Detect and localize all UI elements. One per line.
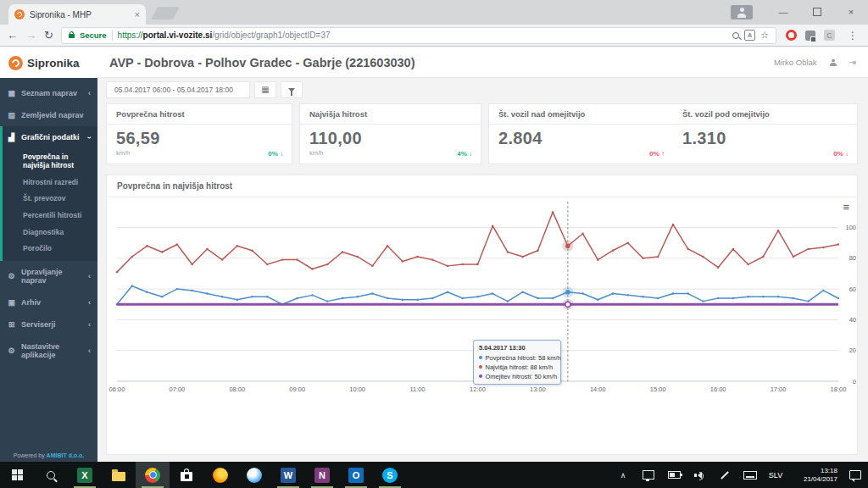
sidebar-item-arhiv[interactable]: ▣ Arhiv	[0, 291, 97, 313]
extension-gray-icon[interactable]	[805, 30, 815, 41]
notification-bubble-icon	[849, 470, 861, 480]
clock[interactable]: 13:18 21/04/2017	[788, 467, 843, 484]
sidebar-item-seznam-naprav[interactable]: ▦ Seznam naprav	[0, 82, 97, 104]
powered-prefix: Powered by	[14, 452, 45, 458]
forward-icon[interactable]: →	[25, 30, 36, 41]
submenu-item-diagnostika[interactable]: Diagnostika	[3, 224, 97, 241]
archive-icon: ▣	[7, 298, 16, 307]
tray-overflow-button[interactable]: ∧	[610, 462, 636, 488]
submenu-item-st-prevozov[interactable]: Št. prevozov	[3, 191, 97, 208]
taskbar-google-earth[interactable]	[237, 462, 271, 488]
taskbar-outlook[interactable]	[339, 462, 373, 488]
stat-body: 110,00 km/h 4% ↓	[300, 125, 481, 164]
google-earth-icon	[247, 468, 262, 483]
sidebar-item-graficni-podatki[interactable]: ▟ Grafični podatki	[3, 126, 97, 148]
submenu-item-percentili[interactable]: Percentili hitrosti	[3, 208, 97, 225]
back-icon[interactable]: ←	[7, 30, 18, 41]
touch-keyboard-icon	[743, 471, 757, 480]
tray-keyboard[interactable]	[737, 462, 763, 488]
taskbar-chrome[interactable]	[136, 462, 170, 488]
maximize-button[interactable]	[800, 0, 834, 24]
submenu-item-porocilo[interactable]: Poročilo	[3, 241, 97, 258]
taskbar-word[interactable]	[271, 462, 305, 488]
reload-icon[interactable]: ↻	[44, 30, 53, 41]
url-text[interactable]: https://portal.vi-vozite.si/grid/object/…	[118, 30, 728, 40]
powered-company-link[interactable]: AMIBIT d.o.o.	[47, 452, 85, 458]
sidebar-item-label: Grafični podatki	[21, 133, 80, 141]
hamburger-menu-icon[interactable]: ≡	[843, 202, 849, 213]
tray-display[interactable]	[636, 462, 661, 488]
browser-menu-icon[interactable]: ⋮	[844, 30, 861, 42]
tooltip-row: Povprečna hitrost: 58 km/h	[479, 354, 555, 362]
zoom-icon[interactable]	[732, 32, 739, 39]
new-tab-button[interactable]	[151, 7, 180, 19]
user-icon[interactable]	[830, 59, 837, 66]
calendar-button[interactable]: ▦	[254, 81, 276, 98]
taskbar-windows-store[interactable]	[170, 462, 203, 488]
trend-arrow-icon: ↓	[845, 150, 849, 158]
close-button[interactable]: ×	[834, 0, 868, 24]
sidebar-active-group: ▟ Grafični podatki Povprečna in najvišja…	[0, 126, 97, 261]
series-dot-povprecna	[479, 356, 482, 359]
gear-icon: ⚙	[7, 272, 16, 280]
bar-chart-icon: ▟	[7, 133, 16, 141]
sipronika-logo-icon	[8, 56, 23, 70]
stat-value: 56,59	[116, 129, 282, 148]
outlook-icon	[348, 468, 364, 483]
browser-tab[interactable]: Sipronika - MHP ×	[8, 4, 146, 25]
tray-volume[interactable]	[687, 462, 712, 488]
logo-strip: Sipronika	[0, 47, 97, 78]
stat-body: 1.310 0% ↓	[673, 125, 857, 164]
stat-trend-badge: 0% ↓	[268, 150, 283, 158]
windows-taskbar: ∧ SLV 13:18 21/04/2017	[0, 462, 868, 488]
date-range-input[interactable]: 05.04.2017 06:00 - 05.04.2017 18:00	[106, 81, 250, 98]
sidebar-item-serviserji[interactable]: ⊞ Serviserji	[0, 313, 97, 336]
app-topbar: AVP - Dobrova - Polhov Gradec - Gabrje (…	[97, 47, 868, 78]
word-icon	[281, 468, 296, 483]
start-button[interactable]	[0, 462, 34, 488]
svg-text:14:00: 14:00	[590, 385, 606, 393]
taskbar-firefox[interactable]	[203, 462, 237, 488]
translate-icon[interactable]	[744, 30, 755, 41]
language-indicator[interactable]: SLV	[763, 462, 788, 488]
secure-badge[interactable]: Secure	[80, 30, 107, 40]
tab-title: Sipronika - MHP	[30, 10, 130, 19]
trend-arrow-icon: ↓	[280, 150, 283, 158]
extension-opera-icon[interactable]	[786, 30, 797, 41]
sidebar-item-upravljanje-naprav[interactable]: ⚙ Upravljanje naprav	[0, 261, 97, 291]
minimize-button[interactable]: —	[766, 0, 800, 24]
bookmark-star-icon[interactable]: ☆	[760, 30, 769, 40]
calendar-icon: ⊞	[7, 320, 16, 329]
tooltip-row: Najvišja hitrost: 88 km/h	[479, 363, 555, 371]
submenu-item-hitrostni-razredi[interactable]: Hitrostni razredi	[3, 174, 97, 191]
taskbar-skype[interactable]	[373, 462, 407, 488]
sidebar-item-zemljevid-naprav[interactable]: ▨ Zemljevid naprav	[0, 104, 97, 126]
tray-pen[interactable]	[712, 462, 737, 488]
browser-profile-icon[interactable]	[731, 5, 753, 19]
action-center-button[interactable]	[843, 462, 868, 488]
date-toolbar: 05.04.2017 06:00 - 05.04.2017 18:00 ▦	[106, 81, 858, 98]
svg-text:0: 0	[853, 378, 856, 385]
stat-value: 110,00	[309, 129, 471, 148]
extension-c-icon[interactable]	[824, 30, 835, 41]
stat-change: 4%	[457, 150, 467, 158]
stat-change: 0%	[649, 150, 659, 158]
taskbar-excel[interactable]	[68, 462, 102, 488]
filter-button[interactable]	[281, 81, 303, 98]
tooltip-title: 5.04.2017 13:30	[479, 344, 555, 352]
svg-text:13:00: 13:00	[530, 385, 546, 393]
sidebar-item-nastavitve-aplikacije[interactable]: ⚙ Nastavitve aplikacije	[0, 336, 97, 366]
tray-battery[interactable]	[661, 462, 687, 488]
page-title: AVP - Dobrova - Polhov Gradec - Gabrje (…	[109, 56, 415, 69]
stat-trend-badge: 0% ↓	[833, 150, 849, 158]
sidebar-nav: ▦ Seznam naprav ▨ Zemljevid naprav ▟ Gra…	[0, 78, 97, 366]
svg-text:12:00: 12:00	[470, 385, 486, 393]
svg-text:60: 60	[849, 286, 856, 293]
taskbar-search-button[interactable]	[34, 462, 68, 488]
tab-close-icon[interactable]: ×	[135, 10, 140, 19]
taskbar-file-explorer[interactable]	[102, 462, 136, 488]
omnibox[interactable]: Secure https://portal.vi-vozite.si/grid/…	[61, 27, 776, 44]
taskbar-onenote[interactable]	[305, 462, 339, 488]
sign-out-icon[interactable]: ⇥	[849, 58, 856, 67]
submenu-item-povprecna[interactable]: Povprečna in najvišja hitrost	[3, 148, 97, 174]
